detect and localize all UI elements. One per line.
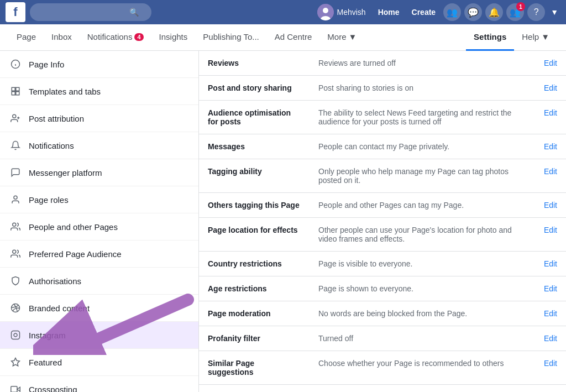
help-icon-btn[interactable]: ? xyxy=(527,3,545,21)
setting-edit-link[interactable]: Edit xyxy=(535,276,566,301)
subnav-notifications[interactable]: Notifications 4 xyxy=(80,24,151,51)
home-nav-link[interactable]: Home xyxy=(374,6,404,19)
sidebar-item-post-attribution[interactable]: Post attribution xyxy=(0,105,198,132)
search-bar[interactable]: 🔍 xyxy=(30,3,151,21)
setting-desc-cell: No words are being blocked from the Page… xyxy=(310,301,535,326)
setting-edit-link[interactable]: Edit xyxy=(535,76,566,101)
setting-edit-link[interactable]: Edit xyxy=(535,326,566,351)
setting-edit-link[interactable]: Edit xyxy=(535,134,566,159)
table-row: Others tagging this Page People and othe… xyxy=(199,193,566,218)
svg-marker-19 xyxy=(12,358,20,366)
table-row: Country restrictions Page is visible to … xyxy=(199,252,566,276)
dropdown-chevron-icon[interactable]: ▼ xyxy=(548,6,560,19)
setting-edit-link[interactable]: Edit xyxy=(535,351,566,385)
people-icon: 👥 xyxy=(447,7,458,18)
settings-table: Reviews Reviews are turned off Edit Post… xyxy=(199,51,566,392)
setting-edit-link[interactable]: Edit xyxy=(535,159,566,193)
svg-rect-8 xyxy=(12,92,15,95)
create-nav-link[interactable]: Create xyxy=(407,6,441,19)
sidebar-item-instagram[interactable]: Instagram xyxy=(0,322,198,349)
setting-edit-link[interactable]: Edit xyxy=(535,385,566,393)
setting-name-cell: Profanity filter xyxy=(199,326,310,351)
setting-desc-cell: People and other Pages can tag my Page. xyxy=(310,193,535,218)
table-row: Messages People can contact my Page priv… xyxy=(199,134,566,159)
crossposting-icon xyxy=(9,383,22,392)
sidebar-item-authorisations[interactable]: Authorisations xyxy=(0,268,198,295)
setting-edit-link[interactable]: Edit xyxy=(535,252,566,276)
friends-badge: 1 xyxy=(516,2,525,11)
subnav-more[interactable]: More ▼ xyxy=(319,24,364,51)
table-row: Similar Page suggestions Choose whether … xyxy=(199,351,566,385)
setting-name-cell: Reviews xyxy=(199,51,310,76)
svg-point-1 xyxy=(323,8,328,13)
subnav-insights[interactable]: Insights xyxy=(151,24,196,51)
svg-point-13 xyxy=(14,196,17,199)
auth-icon xyxy=(9,274,22,288)
sidebar-item-messenger-platform[interactable]: Messenger platform xyxy=(0,159,198,186)
setting-desc-cell: Page is visible to everyone. xyxy=(310,252,535,276)
sidebar-item-featured[interactable]: Featured xyxy=(0,349,198,376)
subnav-right: Settings Help ▼ xyxy=(466,24,557,50)
setting-edit-link[interactable]: Edit xyxy=(535,51,566,76)
setting-desc-cell: Reviews are turned off xyxy=(310,51,535,76)
sidebar-item-preferred-audience[interactable]: Preferred Page Audience xyxy=(0,241,198,268)
setting-name-cell: Page updates xyxy=(199,385,310,393)
sidebar-label: Crossposting xyxy=(29,385,77,393)
main-layout: Page Info Templates and tabs Post attrib… xyxy=(0,51,566,392)
help-dropdown-icon: ▼ xyxy=(541,32,549,41)
facebook-logo: f xyxy=(6,2,25,22)
sidebar-label: Page roles xyxy=(29,195,69,205)
sidebar-item-page-roles[interactable]: Page roles xyxy=(0,186,198,213)
branded-icon xyxy=(9,301,22,315)
setting-edit-link[interactable]: Edit xyxy=(535,193,566,218)
sidebar-label: People and other Pages xyxy=(29,222,118,232)
people-icon-btn[interactable]: 👥 xyxy=(443,3,461,21)
sidebar-item-crossposting[interactable]: Crossposting xyxy=(0,376,198,392)
subnav-page[interactable]: Page xyxy=(9,24,44,51)
sidebar-label: Post attribution xyxy=(29,114,84,123)
friends-icon-btn[interactable]: 👥 1 xyxy=(506,3,524,21)
svg-rect-9 xyxy=(16,92,19,95)
sidebar-item-page-info[interactable]: Page Info xyxy=(0,51,198,78)
table-row: Profanity filter Turned off Edit xyxy=(199,326,566,351)
svg-rect-21 xyxy=(11,386,17,392)
table-row: Age restrictions Page is shown to everyo… xyxy=(199,276,566,301)
bell-icon-btn[interactable]: 🔔 xyxy=(485,3,503,21)
avatar xyxy=(317,4,334,20)
setting-name-cell: Country restrictions xyxy=(199,252,310,276)
setting-edit-link[interactable]: Edit xyxy=(535,301,566,326)
settings-content-area: Reviews Reviews are turned off Edit Post… xyxy=(199,51,566,392)
svg-point-14 xyxy=(13,223,16,226)
sidebar-item-templates[interactable]: Templates and tabs xyxy=(0,78,198,105)
sidebar-label: Branded content xyxy=(29,304,90,313)
help-icon: ? xyxy=(534,7,539,17)
messenger-icon: 💬 xyxy=(468,7,479,18)
sidebar-label: Templates and tabs xyxy=(29,87,101,96)
setting-desc-cell: Only people who help manage my Page can … xyxy=(310,159,535,193)
table-row: Audience optimisation for posts The abil… xyxy=(199,101,566,134)
sidebar: Page Info Templates and tabs Post attrib… xyxy=(0,51,199,392)
table-row: Tagging ability Only people who help man… xyxy=(199,159,566,193)
sub-navigation-bar: Page Inbox Notifications 4 Insights Publ… xyxy=(0,24,566,51)
sidebar-label: Instagram xyxy=(29,331,66,340)
sidebar-item-branded-content[interactable]: Branded content xyxy=(0,295,198,322)
sidebar-item-notifications[interactable]: Notifications xyxy=(0,132,198,159)
subnav-settings[interactable]: Settings xyxy=(466,24,514,51)
subnav-help[interactable]: Help ▼ xyxy=(514,24,557,51)
search-input[interactable] xyxy=(35,8,129,17)
svg-point-15 xyxy=(13,250,16,253)
search-icon[interactable]: 🔍 xyxy=(129,8,139,17)
subnav-inbox[interactable]: Inbox xyxy=(44,24,80,51)
subnav-publishing[interactable]: Publishing To... xyxy=(195,24,266,51)
people-other-pages-icon xyxy=(9,220,22,233)
table-row: Page moderation No words are being block… xyxy=(199,301,566,326)
sidebar-item-people-other-pages[interactable]: People and other Pages xyxy=(0,213,198,241)
svg-point-10 xyxy=(13,114,16,118)
table-row: Page updates Page posts are automaticall… xyxy=(199,385,566,393)
messenger-icon-btn[interactable]: 💬 xyxy=(464,3,482,21)
setting-edit-link[interactable]: Edit xyxy=(535,101,566,134)
notifications-icon xyxy=(9,139,22,152)
user-profile-chip[interactable]: Mehvish xyxy=(313,2,370,23)
setting-edit-link[interactable]: Edit xyxy=(535,218,566,252)
subnav-adcentre[interactable]: Ad Centre xyxy=(267,24,320,51)
